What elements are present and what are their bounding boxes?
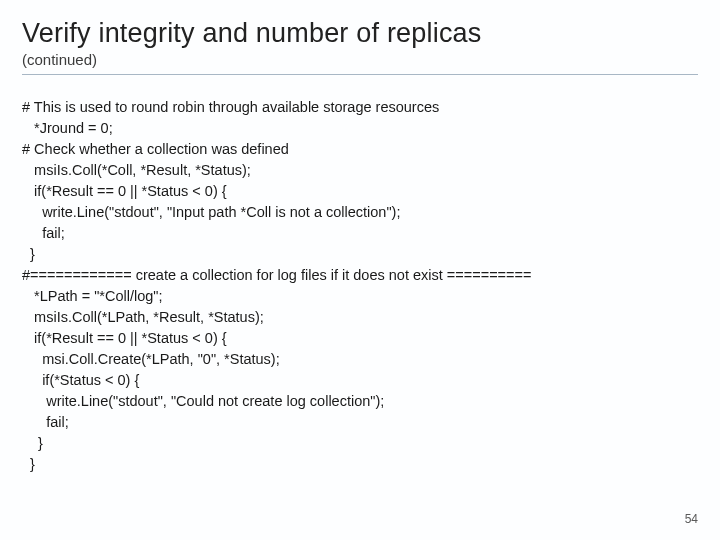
slide-title: Verify integrity and number of replicas [22,18,698,49]
title-divider [22,74,698,75]
page-number: 54 [685,512,698,526]
code-block: # This is used to round robin through av… [22,97,698,475]
slide-subtitle: (continued) [22,51,698,68]
